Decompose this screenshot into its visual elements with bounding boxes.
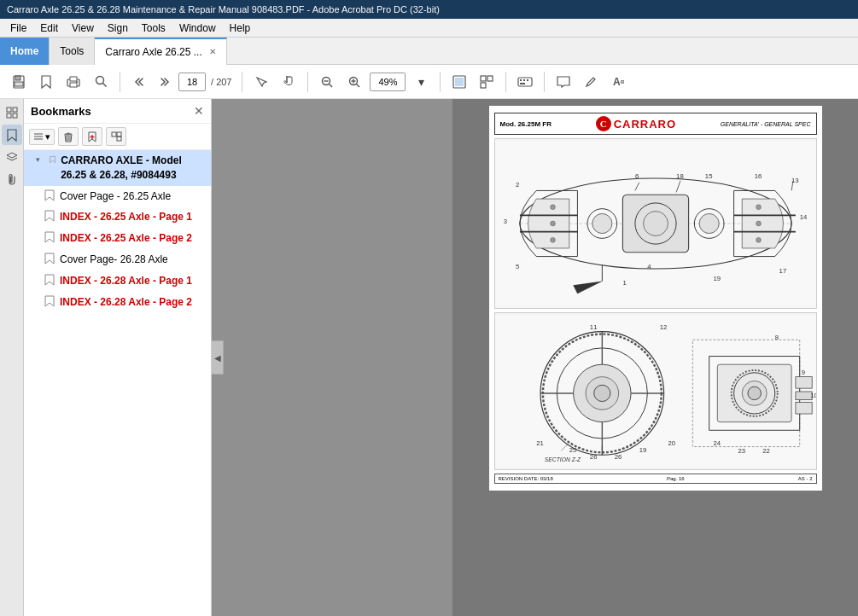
prev-page-button[interactable] (127, 70, 151, 94)
carraro-logo-symbol: C (596, 116, 611, 131)
svg-text:SECTION Z-Z: SECTION Z-Z (544, 456, 581, 462)
svg-point-55 (756, 205, 761, 210)
svg-text:5: 5 (516, 263, 519, 270)
svg-rect-36 (117, 132, 121, 137)
bookmark-button[interactable] (34, 70, 58, 94)
bookmark-text-cover-2625: Cover Page - 26.25 Axle (60, 189, 171, 204)
bookmark-item-cover-2628[interactable]: Cover Page- 26.28 Axle (24, 249, 211, 270)
bookmark-text-index-2628-p1: INDEX - 26.28 Axle - Page 1 (60, 274, 192, 288)
collapse-arrow-main[interactable]: ▾ (31, 155, 44, 164)
zoom-input[interactable] (370, 73, 406, 91)
svg-text:25: 25 (569, 446, 576, 454)
bookmarks-toolbar: ▾ (24, 124, 211, 150)
next-page-button[interactable] (153, 70, 177, 94)
bookmark-icon-index-2625-p2 (44, 231, 55, 243)
zoom-in-button[interactable] (342, 70, 366, 94)
svg-text:12: 12 (659, 323, 667, 331)
svg-rect-27 (13, 108, 17, 112)
bookmarks-panel-icon[interactable] (2, 125, 22, 145)
bookmarks-sort-dropdown[interactable]: ▾ (29, 129, 55, 145)
attachments-icon[interactable] (2, 169, 22, 189)
pdf-drawing-ref: AS - 2 (798, 476, 813, 481)
tab-tools-label: Tools (60, 45, 84, 57)
tab-document[interactable]: Carraro Axle 26.25 ... ✕ (95, 38, 226, 65)
bookmarks-expand-button[interactable] (106, 127, 126, 146)
bookmark-item-index-2625-p1[interactable]: INDEX - 26.25 Axle - Page 1 (24, 206, 211, 228)
toolbar: 18 / 207 ▾ Aα (0, 65, 858, 99)
svg-point-7 (96, 77, 103, 84)
svg-text:14: 14 (799, 213, 807, 221)
menu-edit[interactable]: Edit (33, 20, 65, 36)
cursor-tool-button[interactable] (249, 70, 273, 94)
panel-collapse-handle[interactable]: ◀ (212, 340, 224, 375)
menu-window[interactable]: Window (172, 20, 223, 36)
tab-home[interactable]: Home (0, 38, 50, 65)
svg-rect-19 (487, 76, 493, 81)
search-button[interactable] (89, 70, 113, 94)
sign-button[interactable]: Aα (606, 70, 630, 94)
bookmark-icon-cover-2628 (44, 253, 55, 264)
svg-point-53 (550, 221, 555, 226)
bookmarks-add-button[interactable] (82, 127, 102, 146)
tab-tools[interactable]: Tools (50, 38, 95, 65)
bookmark-item-index-2628-p1[interactable]: INDEX - 26.28 Axle - Page 1 (24, 270, 211, 292)
svg-point-6 (76, 81, 78, 83)
zoom-dropdown-button[interactable]: ▾ (409, 70, 433, 94)
svg-rect-93 (795, 377, 811, 388)
separator-6 (544, 72, 545, 92)
menu-file[interactable]: File (3, 20, 33, 36)
bookmark-item-index-2628-p2[interactable]: INDEX - 26.28 Axle - Page 2 (24, 292, 211, 313)
fit-page-button[interactable] (447, 70, 471, 94)
main-area: Bookmarks ✕ ▾ ▾ CARRARO AXLE (0, 99, 858, 616)
pdf-header: Mod. 26.25M FR C CARRARO GENERALITA' - G… (494, 113, 817, 135)
bookmark-icon-index-2625-p1 (44, 210, 55, 222)
bookmark-item-index-2625-p2[interactable]: INDEX - 26.25 Axle - Page 2 (24, 228, 211, 249)
thumbnails-icon[interactable] (2, 102, 22, 123)
bookmark-icon-index-2628-p1 (44, 274, 55, 286)
pdf-footer: REVISION DATE: 03/18 Pag. 16 AS - 2 (494, 474, 817, 484)
save-button[interactable] (7, 70, 31, 94)
svg-point-80 (593, 385, 610, 401)
svg-rect-20 (481, 83, 486, 88)
page-number-input[interactable]: 18 (178, 73, 206, 91)
pdf-page-content: Mod. 26.25M FR C CARRARO GENERALITA' - G… (489, 106, 822, 491)
svg-rect-4 (70, 77, 77, 81)
keyboard-button[interactable] (513, 70, 537, 94)
svg-text:6: 6 (634, 172, 638, 180)
tab-close-button[interactable]: ✕ (209, 47, 216, 56)
svg-rect-24 (527, 79, 528, 81)
zoom-out-button[interactable] (315, 70, 339, 94)
expand-button[interactable] (475, 70, 499, 94)
bookmarks-delete-button[interactable] (58, 127, 79, 146)
comment-button[interactable] (552, 70, 575, 94)
svg-text:17: 17 (779, 267, 786, 275)
svg-text:9: 9 (801, 369, 804, 376)
svg-text:2: 2 (516, 181, 519, 189)
pdf-right-content: Mod. 26.25M FR C CARRARO GENERALITA' - G… (452, 99, 858, 616)
svg-rect-37 (117, 137, 121, 141)
menu-tools[interactable]: Tools (135, 20, 172, 36)
menu-help[interactable]: Help (223, 20, 258, 36)
svg-point-54 (550, 237, 555, 242)
title-bar: Carraro Axle 26.25 & 26.28 Maintenance &… (0, 0, 858, 19)
pdf-spec-text: GENERALITA' - GENERAL SPEC (721, 121, 811, 127)
hand-tool-button[interactable] (277, 70, 301, 94)
pdf-left-page (212, 99, 452, 616)
bookmark-text-cover-2628: Cover Page- 26.28 Axle (60, 253, 168, 267)
pen-button[interactable] (579, 70, 603, 94)
bookmarks-close-button[interactable]: ✕ (194, 104, 204, 118)
pdf-figure-label: Pag. 16 (667, 476, 685, 481)
svg-rect-23 (523, 79, 525, 81)
svg-rect-95 (795, 403, 811, 414)
svg-text:10: 10 (810, 392, 816, 399)
menu-sign[interactable]: Sign (101, 20, 135, 36)
layers-icon[interactable] (2, 147, 22, 167)
bookmark-item-main[interactable]: ▾ CARRARO AXLE - Model 26.25 & 26.28, #9… (24, 150, 211, 186)
svg-point-47 (699, 213, 719, 233)
bookmark-item-cover-2625[interactable]: Cover Page - 26.25 Axle (24, 186, 211, 207)
tab-document-label: Carraro Axle 26.25 ... (105, 46, 201, 58)
menu-view[interactable]: View (65, 20, 101, 36)
svg-rect-28 (7, 113, 11, 118)
svg-rect-1 (15, 76, 20, 80)
print-button[interactable] (61, 70, 85, 94)
